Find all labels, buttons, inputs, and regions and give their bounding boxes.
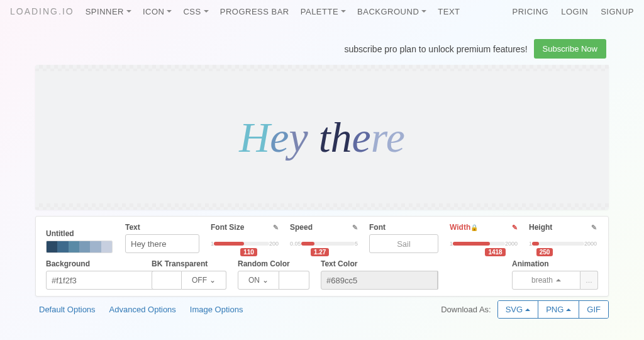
preview-text: Hey there	[239, 113, 405, 162]
animation-label: Animation	[512, 259, 598, 268]
download-label: Download As:	[441, 305, 491, 314]
subscribe-text: subscribe pro plan to unlock premium fea…	[345, 44, 528, 54]
lock-icon[interactable]: 🔒	[470, 224, 478, 231]
font-size-field: Font Size✎ 1 110 200	[211, 223, 279, 253]
nav-right: PRICING LOGIN SIGNUP	[513, 7, 634, 16]
chevron-down-icon	[126, 10, 131, 13]
text-color-field: Text Color	[321, 259, 426, 290]
chevron-down-icon	[421, 10, 426, 13]
tab-image-options[interactable]: Image Options	[190, 305, 243, 314]
brand-logo[interactable]: LOADING.IO	[10, 6, 74, 16]
text-color-label: Text Color	[321, 259, 426, 268]
height-slider[interactable]: 1 250 2000	[529, 234, 597, 253]
preset-field: Untitled	[46, 229, 114, 253]
chevron-down-icon	[167, 10, 172, 13]
footer-bar: Default Options Advanced Options Image O…	[35, 300, 609, 319]
nav-css[interactable]: CSS	[183, 7, 208, 16]
width-label: Width	[450, 223, 470, 232]
download-section: Download As: SVG PNG GIF	[441, 300, 609, 319]
font-size-label: Font Size	[211, 223, 244, 232]
chevron-down-icon	[204, 10, 209, 13]
text-color-swatch[interactable]	[437, 271, 438, 290]
option-tabs: Default Options Advanced Options Image O…	[35, 305, 243, 314]
background-label: Background	[46, 259, 140, 268]
width-slider[interactable]: 1 1418 2000	[450, 234, 518, 253]
animation-more-button[interactable]: …	[580, 271, 598, 290]
palette-preview[interactable]	[46, 241, 113, 253]
random-color-swatch[interactable]	[279, 271, 309, 290]
speed-field: Speed✎ 0.05 1.27 5	[290, 223, 358, 253]
bk-transparent-swatch[interactable]	[152, 271, 182, 290]
preset-label: Untitled	[46, 229, 114, 238]
random-color-toggle[interactable]: ON⌄	[238, 271, 279, 290]
nav-icon[interactable]: ICON	[143, 7, 172, 16]
width-field: Width 🔒✎ 1 1418 2000	[450, 223, 518, 253]
height-field: Height✎ 1 250 2000	[529, 223, 597, 253]
nav-text[interactable]: TEXT	[438, 7, 460, 16]
chevron-down-icon	[341, 10, 346, 13]
subscribe-button[interactable]: Subscribe Now	[534, 39, 606, 59]
background-field: Background	[46, 259, 140, 290]
chevron-down-icon: ⌄	[262, 276, 269, 285]
text-input[interactable]	[125, 234, 199, 253]
download-gif-button[interactable]: GIF	[579, 301, 608, 318]
nav-pricing[interactable]: PRICING	[513, 7, 549, 16]
bk-transparent-toggle[interactable]: OFF⌄	[182, 271, 226, 290]
pencil-icon[interactable]: ✎	[352, 224, 358, 232]
nav-login[interactable]: LOGIN	[561, 7, 588, 16]
text-label: Text	[125, 223, 199, 232]
subscribe-banner: subscribe pro plan to unlock premium fea…	[0, 23, 644, 65]
download-png-button[interactable]: PNG	[538, 301, 579, 318]
chevron-up-icon	[525, 309, 530, 311]
nav-palette[interactable]: PALETTE	[301, 7, 346, 16]
text-color-input[interactable]	[321, 271, 438, 290]
random-color-label: Random Color	[238, 259, 309, 268]
nav-progress-bar[interactable]: PROGRESS BAR	[220, 7, 289, 16]
text-field: Text	[125, 223, 199, 253]
speed-slider[interactable]: 0.05 1.27 5	[290, 234, 358, 253]
preview-area: Hey there	[35, 65, 609, 210]
font-size-slider[interactable]: 1 110 200	[211, 234, 279, 253]
bk-transparent-field: BK Transparent OFF⌄	[152, 259, 226, 290]
pencil-icon[interactable]: ✎	[512, 224, 518, 232]
speed-label: Speed	[290, 223, 313, 232]
height-label: Height	[529, 223, 552, 232]
nav-background[interactable]: BACKGROUND	[357, 7, 426, 16]
font-field: Font	[369, 223, 438, 253]
preview-canvas: Hey there	[35, 65, 609, 210]
chevron-down-icon: ⌄	[209, 276, 216, 285]
controls-panel: Untitled Text Font Size✎ 1 110 200 Speed…	[35, 216, 609, 297]
top-nav: LOADING.IO SPINNER ICON CSS PROGRESS BAR…	[0, 0, 644, 23]
font-label: Font	[369, 223, 438, 232]
font-input[interactable]	[369, 234, 438, 253]
chevron-up-icon	[566, 309, 571, 311]
bk-transparent-label: BK Transparent	[152, 259, 226, 268]
chevron-up-icon	[556, 279, 561, 281]
background-input[interactable]	[46, 271, 163, 290]
pencil-icon[interactable]: ✎	[591, 224, 597, 232]
animation-select[interactable]: breath	[512, 271, 580, 290]
tab-default-options[interactable]: Default Options	[39, 305, 96, 314]
animation-field: Animation breath …	[512, 259, 598, 290]
tab-advanced-options[interactable]: Advanced Options	[109, 305, 176, 314]
download-svg-button[interactable]: SVG	[498, 301, 538, 318]
nav-spinner[interactable]: SPINNER	[86, 7, 131, 16]
nav-left: SPINNER ICON CSS PROGRESS BAR PALETTE BA…	[86, 7, 460, 16]
pencil-icon[interactable]: ✎	[273, 224, 279, 232]
random-color-field: Random Color ON⌄	[238, 259, 309, 290]
nav-signup[interactable]: SIGNUP	[601, 7, 634, 16]
